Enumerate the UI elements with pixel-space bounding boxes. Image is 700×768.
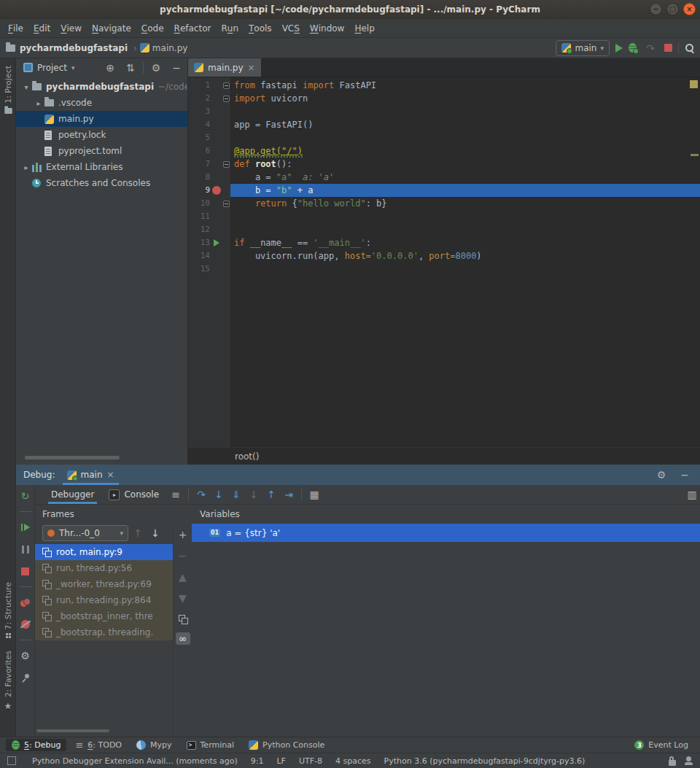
fold-marker-icon[interactable] xyxy=(223,96,230,102)
project-horizontal-scrollbar[interactable] xyxy=(25,456,120,459)
run-configuration-select[interactable]: main ▾ xyxy=(556,40,610,56)
breadcrumb-project[interactable]: pycharmdebugfastapi xyxy=(20,43,128,53)
menu-item-view[interactable]: View xyxy=(55,19,87,37)
highlighting-level-icon[interactable] xyxy=(685,756,693,765)
menu-item-run[interactable]: Run xyxy=(216,19,244,37)
run-line-icon[interactable] xyxy=(214,239,219,247)
stack-frame-row[interactable]: run, thread.py:56 xyxy=(35,560,173,576)
menu-item-window[interactable]: Window xyxy=(305,19,350,37)
frame-down-icon[interactable]: ↓ xyxy=(147,525,163,541)
sidebar-tab-structure[interactable]: 7: Structure xyxy=(0,582,16,638)
mute-breakpoints-icon[interactable] xyxy=(18,616,34,632)
step-into-icon[interactable]: ↓ xyxy=(211,486,227,503)
breadcrumb-function[interactable]: root() xyxy=(235,451,259,462)
move-down-icon[interactable]: ▼ xyxy=(175,590,191,606)
toolwindow-button-6-todo[interactable]: ≡6: TODO xyxy=(69,738,128,752)
minimize-button[interactable]: − xyxy=(650,3,662,15)
menu-item-edit[interactable]: Edit xyxy=(28,19,55,37)
fold-column[interactable] xyxy=(222,201,230,207)
line-number[interactable]: 8 xyxy=(188,171,211,184)
add-watch-icon[interactable]: + xyxy=(175,527,191,543)
stack-frame-row[interactable]: _bootstrap_inner, thre xyxy=(35,608,173,624)
caret-position[interactable]: 9:1 xyxy=(251,756,264,766)
tree-item-scratches-and-consoles[interactable]: Scratches and Consoles xyxy=(16,175,187,191)
resume-icon[interactable] xyxy=(18,519,34,535)
sidebar-tab-project[interactable]: 1: Project xyxy=(0,66,16,115)
pause-icon[interactable] xyxy=(18,541,34,557)
profiler-button[interactable]: ↷ xyxy=(642,40,658,56)
locate-file-icon[interactable]: ⊕ xyxy=(102,60,118,76)
fold-marker-icon[interactable] xyxy=(223,201,230,207)
tree-item-external-libraries[interactable]: ▸External Libraries xyxy=(16,159,187,175)
stop-button[interactable] xyxy=(664,44,672,52)
tree-collapsed-icon[interactable]: ▸ xyxy=(33,99,44,107)
step-over-icon[interactable]: ↷ xyxy=(193,486,209,503)
close-icon[interactable]: × xyxy=(248,63,255,73)
menu-item-help[interactable]: Help xyxy=(349,19,379,37)
line-number[interactable]: 7 xyxy=(188,158,211,171)
tree-expanded-icon[interactable]: ▾ xyxy=(20,83,32,91)
settings-icon[interactable]: ⚙ xyxy=(18,648,34,664)
toolwindow-button-python-console[interactable]: Python Console xyxy=(243,739,330,751)
debug-button[interactable] xyxy=(629,43,637,53)
remove-watch-icon[interactable]: − xyxy=(175,548,191,564)
stack-frame-row[interactable]: run, threading.py:864 xyxy=(35,592,173,608)
hide-panel-icon[interactable]: − xyxy=(677,467,693,483)
line-number[interactable]: 3 xyxy=(188,105,211,118)
stack-frame-row[interactable]: _bootstrap, threading. xyxy=(35,624,173,640)
force-step-into-icon[interactable]: ⇓ xyxy=(228,486,244,503)
fold-marker-icon[interactable] xyxy=(223,161,230,168)
step-out-icon[interactable]: ↑ xyxy=(263,486,279,503)
show-values-inline-icon[interactable]: ∞ xyxy=(176,632,190,645)
fold-column[interactable] xyxy=(222,96,230,102)
frames-horizontal-scrollbar[interactable] xyxy=(36,729,109,732)
view-breakpoints-icon[interactable] xyxy=(18,594,34,610)
line-number[interactable]: 15 xyxy=(188,263,211,276)
project-panel-title[interactable]: Project xyxy=(37,63,67,73)
code-editor[interactable]: 1from fastapi import FastAPI2import uvic… xyxy=(188,77,700,447)
close-button[interactable]: × xyxy=(683,3,696,15)
tree-item--vscode[interactable]: ▸.vscode xyxy=(16,95,187,111)
fold-marker-icon[interactable] xyxy=(223,82,230,89)
gutter-icon-column[interactable] xyxy=(211,186,222,195)
line-number[interactable]: 13 xyxy=(188,236,211,249)
run-button[interactable] xyxy=(615,44,623,53)
sidebar-tab-favorites[interactable]: 2: Favorites ★ xyxy=(0,651,16,711)
tree-item-poetry-lock[interactable]: poetry.lock xyxy=(16,127,187,143)
tree-item-pycharmdebugfastapi[interactable]: ▾pycharmdebugfastapi~/code/pycharmdebugf… xyxy=(16,79,187,95)
indent-style[interactable]: 4 spaces xyxy=(335,756,371,766)
menu-item-tools[interactable]: Tools xyxy=(244,19,277,37)
frame-up-icon[interactable]: ↑ xyxy=(130,525,146,541)
tree-item-main-py[interactable]: main.py xyxy=(16,111,187,127)
line-number[interactable]: 10 xyxy=(188,197,211,210)
search-everywhere-icon[interactable] xyxy=(685,43,694,53)
variable-row[interactable]: 01a = {str} 'a' xyxy=(192,524,700,542)
stack-frame-row[interactable]: root, main.py:9 xyxy=(35,544,173,560)
line-number[interactable]: 1 xyxy=(188,79,211,92)
line-number[interactable]: 14 xyxy=(188,249,211,263)
line-number[interactable]: 4 xyxy=(188,118,211,131)
gutter-icon-column[interactable] xyxy=(211,239,222,247)
smart-step-into-icon[interactable]: ↓ xyxy=(246,486,262,503)
menu-item-vcs[interactable]: VCS xyxy=(277,19,305,37)
chevron-down-icon[interactable]: ▾ xyxy=(71,64,75,71)
debug-session-tab[interactable]: main × xyxy=(63,465,119,485)
rerun-icon[interactable]: ↻ xyxy=(18,488,34,504)
toolwindow-button-mypy[interactable]: Mypy xyxy=(131,739,178,751)
menu-item-navigate[interactable]: Navigate xyxy=(87,19,136,37)
editor-tab-main-py[interactable]: main.py × xyxy=(188,58,261,77)
collapse-all-icon[interactable]: ⇅ xyxy=(122,60,139,76)
file-encoding[interactable]: UTF-8 xyxy=(299,756,322,766)
menu-item-refactor[interactable]: Refactor xyxy=(169,19,217,37)
menu-item-code[interactable]: Code xyxy=(136,19,169,37)
gear-icon[interactable]: ⚙ xyxy=(653,467,669,483)
line-number[interactable]: 2 xyxy=(188,92,211,105)
line-number[interactable]: 5 xyxy=(188,131,211,144)
breadcrumb-file[interactable]: main.py xyxy=(152,43,188,53)
toolwindow-toggle-icon[interactable] xyxy=(7,756,16,765)
tab-console[interactable]: ▸ Console xyxy=(103,485,165,504)
run-to-cursor-icon[interactable]: ⇥ xyxy=(281,486,297,503)
menu-item-file[interactable]: File xyxy=(3,19,28,37)
toolwindow-button-5-debug[interactable]: 5: Debug xyxy=(6,739,66,751)
evaluate-icon[interactable]: ▦ xyxy=(306,486,322,503)
